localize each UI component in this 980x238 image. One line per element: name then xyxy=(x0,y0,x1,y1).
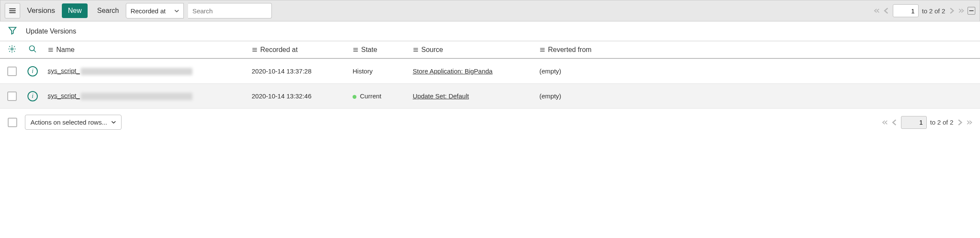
actions-select[interactable]: Actions on selected rows... xyxy=(25,115,122,130)
row-checkbox[interactable] xyxy=(7,92,17,101)
next-page-button[interactable] xyxy=(957,119,963,125)
recorded-value: 2020-10-14 13:37:28 xyxy=(252,67,353,75)
redacted-text xyxy=(81,68,192,75)
status-dot-icon xyxy=(353,95,356,99)
table-row: isys_script_2020-10-14 13:37:28HistorySt… xyxy=(0,59,980,84)
table-footer: Actions on selected rows... to 2 of 2 xyxy=(0,109,980,136)
info-icon[interactable]: i xyxy=(27,91,38,101)
table-row: isys_script_2020-10-14 13:32:46CurrentUp… xyxy=(0,84,980,109)
source-link[interactable]: Update Set: Default xyxy=(413,92,469,100)
col-header-name[interactable]: Name xyxy=(41,46,252,54)
col-header-reverted[interactable]: Reverted from xyxy=(539,46,640,54)
new-button[interactable]: New xyxy=(62,3,88,18)
record-name-link[interactable]: sys_script_ xyxy=(48,92,80,99)
sort-icon xyxy=(252,47,258,53)
state-value: Current xyxy=(353,92,413,100)
first-page-button[interactable] xyxy=(874,8,880,14)
page-number-input[interactable] xyxy=(901,116,927,129)
recorded-value: 2020-10-14 13:32:46 xyxy=(252,92,353,100)
sort-icon xyxy=(539,47,545,53)
sort-icon xyxy=(413,47,419,53)
col-header-source[interactable]: Source xyxy=(413,46,539,54)
page-number-input[interactable] xyxy=(893,4,919,17)
gear-icon[interactable] xyxy=(8,45,16,55)
chevron-down-icon xyxy=(111,120,116,125)
pager-top: to 2 of 2 xyxy=(874,4,975,17)
menu-button[interactable] xyxy=(5,3,20,18)
col-header-recorded[interactable]: Recorded at xyxy=(252,46,353,54)
search-label: Search xyxy=(97,7,119,15)
search-field-select[interactable]: Recorded at xyxy=(126,3,184,18)
chevron-down-icon xyxy=(174,9,179,13)
search-column-icon[interactable] xyxy=(28,45,37,55)
first-page-button[interactable] xyxy=(882,119,888,125)
sort-icon xyxy=(48,47,54,53)
record-name-link[interactable]: sys_script_ xyxy=(48,67,80,74)
source-link[interactable]: Store Application: BigPanda xyxy=(413,67,493,75)
reverted-value: (empty) xyxy=(539,67,640,75)
last-page-button[interactable] xyxy=(958,8,964,14)
pager-bottom: to 2 of 2 xyxy=(882,116,972,129)
prev-page-button[interactable] xyxy=(892,119,898,125)
table-header: Name Recorded at State Source Reverted f… xyxy=(0,41,980,59)
breadcrumb-row: Update Versions xyxy=(0,21,980,41)
top-toolbar: Versions New Search Recorded at to 2 of … xyxy=(0,0,980,21)
actions-label: Actions on selected rows... xyxy=(30,119,107,126)
search-field-value: Recorded at xyxy=(131,7,166,15)
breadcrumb-text: Update Versions xyxy=(26,27,76,35)
svg-point-1 xyxy=(11,48,13,50)
state-value: History xyxy=(353,67,413,75)
last-page-button[interactable] xyxy=(966,119,972,125)
svg-point-2 xyxy=(30,46,35,51)
row-checkbox[interactable] xyxy=(7,67,17,76)
filter-icon[interactable] xyxy=(8,26,17,37)
next-page-button[interactable] xyxy=(949,8,955,14)
collapse-icon[interactable] xyxy=(968,7,975,15)
reverted-value: (empty) xyxy=(539,92,640,100)
prev-page-button[interactable] xyxy=(883,8,889,14)
sort-icon xyxy=(353,47,359,53)
search-input[interactable] xyxy=(188,3,272,18)
svg-rect-0 xyxy=(969,10,974,11)
select-all-footer[interactable] xyxy=(8,118,17,127)
hamburger-icon xyxy=(9,7,16,15)
redacted-text xyxy=(81,93,192,100)
info-icon[interactable]: i xyxy=(27,66,38,76)
col-header-state[interactable]: State xyxy=(353,46,413,54)
page-title: Versions xyxy=(24,6,58,15)
